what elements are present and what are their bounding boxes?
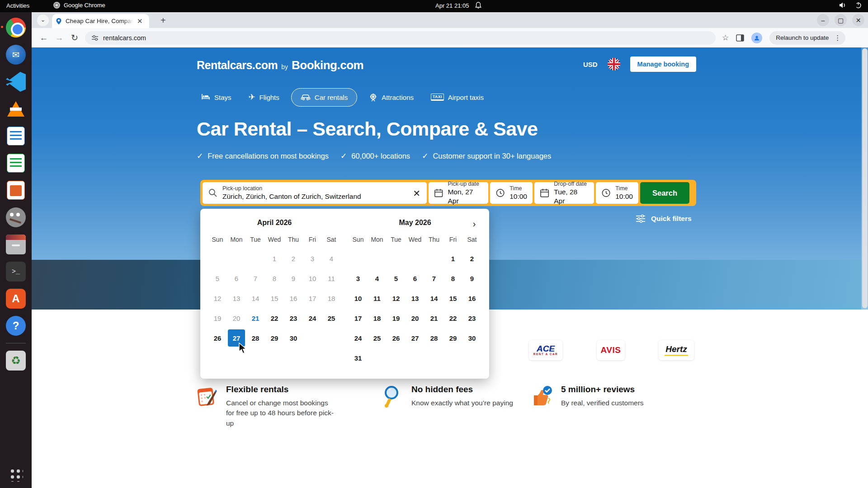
calendar-day[interactable]: 15 bbox=[444, 290, 462, 307]
calendar-day[interactable]: 25 bbox=[323, 310, 340, 327]
calendar-day[interactable]: 23 bbox=[463, 310, 481, 327]
currency-selector[interactable]: USD bbox=[583, 61, 598, 68]
activities-button[interactable]: Activities bbox=[6, 2, 29, 9]
dock-item-help[interactable]: ? bbox=[5, 315, 27, 337]
bookmark-star-icon[interactable]: ☆ bbox=[722, 33, 729, 42]
address-bar[interactable]: rentalcars.com bbox=[85, 31, 716, 45]
calendar-day[interactable]: 3 bbox=[304, 250, 321, 267]
side-panel-icon[interactable] bbox=[736, 34, 744, 42]
calendar-day[interactable]: 20 bbox=[228, 310, 245, 327]
quick-filters-button[interactable]: Quick filters bbox=[636, 215, 692, 223]
site-settings-icon[interactable] bbox=[91, 35, 99, 41]
calendar-day[interactable]: 14 bbox=[425, 290, 443, 307]
calendar-day[interactable]: 6 bbox=[228, 270, 245, 287]
new-tab-button[interactable]: + bbox=[160, 15, 166, 26]
calendar-day[interactable]: 17 bbox=[304, 290, 321, 307]
dock-item-terminal[interactable]: >_ bbox=[5, 261, 27, 282]
next-month-chevron-icon[interactable]: › bbox=[468, 219, 480, 230]
calendar-day[interactable]: 7 bbox=[247, 270, 264, 287]
calendar-day[interactable]: 1 bbox=[266, 250, 283, 267]
dock-item-libreoffice-writer[interactable] bbox=[5, 125, 27, 147]
dock-item-libreoffice-calc[interactable] bbox=[5, 152, 27, 174]
calendar-day[interactable]: 22 bbox=[266, 310, 283, 327]
calendar-day[interactable]: 29 bbox=[266, 329, 283, 347]
manage-booking-button[interactable]: Manage booking bbox=[630, 56, 696, 72]
calendar-day[interactable]: 11 bbox=[368, 290, 386, 307]
nav-item-attractions[interactable]: Attractions bbox=[363, 88, 419, 107]
calendar-day[interactable]: 17 bbox=[349, 310, 367, 327]
calendar-day[interactable]: 22 bbox=[444, 310, 462, 327]
calendar-day[interactable]: 29 bbox=[444, 329, 462, 347]
calendar-day[interactable]: 8 bbox=[444, 270, 462, 287]
calendar-day[interactable]: 16 bbox=[285, 290, 302, 307]
window-close-button[interactable]: ✕ bbox=[852, 14, 864, 26]
nav-item-airport-taxis[interactable]: TAXI Airport taxis bbox=[425, 89, 489, 106]
calendar-day[interactable]: 14 bbox=[247, 290, 264, 307]
calendar-day[interactable]: 3 bbox=[349, 270, 367, 287]
clear-location-icon[interactable]: ✕ bbox=[413, 188, 420, 199]
calendar-day[interactable]: 20 bbox=[406, 310, 424, 327]
clock-area[interactable]: Apr 21 21:05 bbox=[435, 2, 481, 9]
calendar-day[interactable]: 21 bbox=[425, 310, 443, 327]
calendar-day[interactable]: 19 bbox=[209, 310, 226, 327]
calendar-day[interactable]: 26 bbox=[209, 329, 226, 347]
dock-item-vlc[interactable] bbox=[5, 98, 27, 120]
calendar-day[interactable]: 30 bbox=[285, 329, 302, 347]
browser-menu-icon[interactable]: ⋮ bbox=[832, 34, 843, 42]
calendar-day[interactable]: 27 bbox=[406, 329, 424, 347]
back-button[interactable]: ← bbox=[36, 33, 52, 43]
calendar-day[interactable]: 25 bbox=[368, 329, 386, 347]
browser-tab[interactable]: Cheap Car Hire, Compare ✕ bbox=[52, 14, 149, 28]
site-logo[interactable]: Rentalcars.com by Booking.com bbox=[197, 58, 363, 72]
relaunch-to-update-button[interactable]: Relaunch to update ⋮ bbox=[769, 31, 845, 45]
calendar-day[interactable]: 16 bbox=[463, 290, 481, 307]
calendar-day[interactable]: 10 bbox=[349, 290, 367, 307]
calendar-day[interactable]: 31 bbox=[349, 349, 367, 366]
calendar-day[interactable]: 11 bbox=[323, 270, 340, 287]
show-applications-button[interactable] bbox=[9, 467, 23, 482]
calendar-day[interactable]: 7 bbox=[425, 270, 443, 287]
calendar-day[interactable]: 9 bbox=[285, 270, 302, 287]
window-minimize-button[interactable]: – bbox=[817, 14, 829, 26]
dock-item-thunderbird[interactable]: ✉ bbox=[5, 44, 27, 66]
dock-item-vscode[interactable] bbox=[5, 71, 27, 93]
calendar-day[interactable]: 6 bbox=[406, 270, 424, 287]
calendar-day[interactable]: 10 bbox=[304, 270, 321, 287]
calendar-day[interactable]: 30 bbox=[463, 329, 481, 347]
forward-button[interactable]: → bbox=[52, 33, 67, 43]
calendar-day[interactable]: 5 bbox=[387, 270, 405, 287]
calendar-day[interactable]: 4 bbox=[323, 250, 340, 267]
focused-app-indicator[interactable]: Google Chrome bbox=[53, 2, 105, 9]
search-button[interactable]: Search bbox=[640, 182, 689, 204]
dock-item-files[interactable] bbox=[5, 234, 27, 255]
calendar-day[interactable]: 9 bbox=[463, 270, 481, 287]
calendar-day[interactable]: 2 bbox=[463, 250, 481, 267]
dock-item-trash[interactable]: ♻ bbox=[5, 350, 27, 371]
calendar-day[interactable]: 28 bbox=[247, 329, 264, 347]
language-flag-uk[interactable] bbox=[608, 58, 620, 70]
dock-item-gimp[interactable] bbox=[5, 206, 27, 228]
calendar-day[interactable]: 28 bbox=[425, 329, 443, 347]
tab-search-chevron-icon[interactable]: ⌄ bbox=[37, 14, 49, 26]
dock-item-libreoffice-impress[interactable] bbox=[5, 179, 27, 201]
calendar-day[interactable]: 24 bbox=[349, 329, 367, 347]
dropoff-date-field[interactable]: Drop-off date Tue, 28 Apr bbox=[534, 182, 594, 204]
nav-item-flights[interactable]: ✈ Flights bbox=[243, 87, 285, 107]
calendar-day[interactable]: 4 bbox=[368, 270, 386, 287]
pickup-time-field[interactable]: Time 10:00 bbox=[490, 182, 533, 204]
nav-item-car-rentals[interactable]: Car rentals bbox=[291, 88, 357, 107]
calendar-day[interactable]: 5 bbox=[209, 270, 226, 287]
pickup-location-field[interactable]: Pick-up location Zürich, Zürich, Canton … bbox=[203, 182, 427, 204]
calendar-day[interactable]: 26 bbox=[387, 329, 405, 347]
dock-item-chrome[interactable] bbox=[5, 17, 27, 38]
reload-button[interactable]: ↻ bbox=[67, 33, 82, 43]
dropoff-time-field[interactable]: Time 10:00 bbox=[596, 182, 638, 204]
profile-avatar[interactable] bbox=[751, 33, 762, 43]
dock-item-ubuntu-software[interactable]: A bbox=[5, 288, 27, 310]
calendar-day[interactable]: 23 bbox=[285, 310, 302, 327]
calendar-day[interactable]: 13 bbox=[406, 290, 424, 307]
calendar-day[interactable]: 18 bbox=[368, 310, 386, 327]
calendar-day[interactable]: 27 bbox=[228, 329, 245, 347]
calendar-day[interactable]: 18 bbox=[323, 290, 340, 307]
calendar-day[interactable]: 12 bbox=[209, 290, 226, 307]
